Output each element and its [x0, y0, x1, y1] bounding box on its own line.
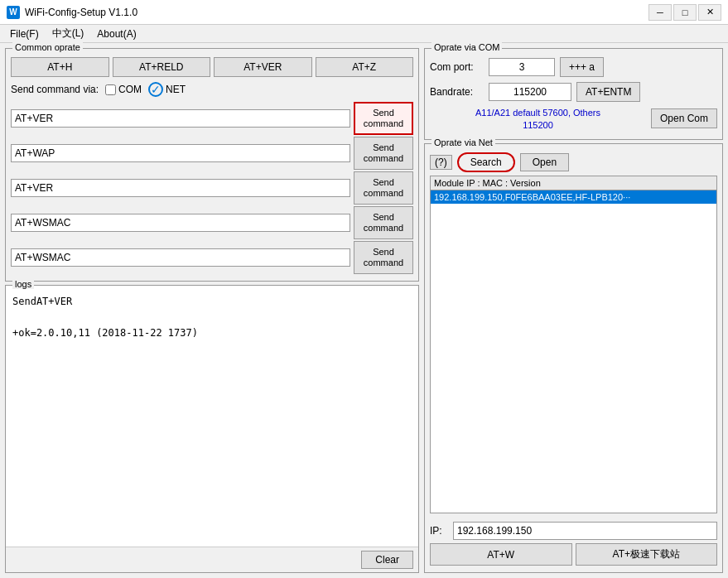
at-ver-button[interactable]: AT+VER	[214, 57, 312, 77]
command-row-5: Sendcommand	[11, 241, 413, 274]
ip-label: IP:	[430, 525, 448, 537]
table-row-selected[interactable]: 192.168.199.150,F0FE6BAA03EE,HF-LPB120··…	[431, 190, 716, 204]
bandrate-label: Bandrate:	[430, 86, 484, 98]
net-checkbox-icon: ✓	[148, 82, 163, 97]
oprate-via-com-title: Oprate via COM	[431, 42, 502, 52]
at-entm-button[interactable]: AT+ENTM	[576, 82, 640, 102]
right-panel: Oprate via COM Com port: +++ a Bandrate:…	[424, 48, 723, 573]
common-buttons: AT+H AT+RELD AT+VER AT+Z	[11, 57, 413, 77]
open-com-button[interactable]: Open Com	[651, 108, 717, 128]
command-row-1: Sendcommand	[11, 102, 413, 135]
command-row-2: Sendcommand	[11, 137, 413, 170]
oprate-via-net-group: Oprate via Net (?) Search Open Module IP…	[424, 143, 723, 573]
at-z-button[interactable]: AT+Z	[316, 57, 414, 77]
net-top-row: (?) Search Open	[430, 152, 717, 172]
command-input-4[interactable]	[11, 214, 350, 232]
bottom-buttons: AT+W AT+极速下载站	[430, 543, 717, 566]
close-button[interactable]: ✕	[698, 4, 721, 21]
send-via-label: Send command via:	[11, 84, 99, 95]
ip-row: IP:	[430, 522, 717, 540]
app-icon: W	[7, 6, 20, 19]
info-text: A11/A21 default 57600, Others115200	[430, 107, 646, 132]
search-button[interactable]: Search	[457, 152, 515, 172]
title-bar: W WiFi-Config-Setup V1.1.0 ─ □ ✕	[0, 0, 728, 25]
net-checkbox-label[interactable]: ✓ NET	[148, 82, 186, 97]
command-input-2[interactable]	[11, 144, 350, 162]
com-label: COM	[118, 84, 142, 95]
table-header-text: Module IP : MAC : Version	[434, 178, 713, 188]
net-open-button[interactable]: Open	[520, 153, 569, 171]
common-oprate-group: Common oprate AT+H AT+RELD AT+VER AT+Z S…	[5, 48, 419, 282]
command-row-3: Sendcommand	[11, 171, 413, 205]
table-row-text: 192.168.199.150,F0FE6BAA03EE,HF-LPB120··…	[434, 192, 630, 202]
command-input-1[interactable]	[11, 109, 350, 128]
com-checkbox[interactable]	[105, 84, 116, 95]
send-command-button-2[interactable]: Sendcommand	[354, 137, 413, 170]
plus-a-button[interactable]: +++ a	[560, 57, 604, 77]
menu-bar: File(F) 中文(L) About(A)	[0, 25, 728, 43]
at-h-button[interactable]: AT+H	[11, 57, 109, 77]
com-port-row: Com port: +++ a	[430, 57, 717, 77]
log-line-3: +ok=2.0.10,11 (2018-11-22 1737)	[12, 325, 412, 341]
logs-footer: Clear	[6, 547, 418, 572]
send-command-button-5[interactable]: Sendcommand	[354, 241, 413, 274]
left-panel: Common oprate AT+H AT+RELD AT+VER AT+Z S…	[5, 48, 419, 573]
oprate-via-net-title: Oprate via Net	[431, 137, 495, 147]
main-content: Common oprate AT+H AT+RELD AT+VER AT+Z S…	[0, 43, 728, 578]
command-input-5[interactable]	[11, 248, 350, 267]
logs-content: SendAT+VER +ok=2.0.10,11 (2018-11-22 173…	[6, 286, 418, 547]
com-checkbox-label[interactable]: COM	[105, 84, 142, 95]
send-command-button-3[interactable]: Sendcommand	[354, 171, 413, 205]
log-line-1: SendAT+VER	[12, 294, 412, 310]
at-w-button[interactable]: AT+W	[430, 543, 572, 566]
oprate-via-com-group: Oprate via COM Com port: +++ a Bandrate:…	[424, 48, 723, 140]
bandrate-row: Bandrate: AT+ENTM	[430, 82, 717, 102]
log-line-2	[12, 310, 412, 325]
menu-chinese[interactable]: 中文(L)	[46, 25, 91, 42]
table-header: Module IP : MAC : Version	[431, 176, 716, 190]
send-command-button-4[interactable]: Sendcommand	[354, 206, 413, 239]
maximize-button[interactable]: □	[673, 4, 697, 21]
command-input-3[interactable]	[11, 179, 350, 197]
bandrate-input[interactable]	[489, 83, 571, 101]
com-port-label: Com port:	[430, 61, 484, 73]
clear-button[interactable]: Clear	[361, 551, 413, 569]
question-button[interactable]: (?)	[430, 155, 452, 170]
send-via-row: Send command via: COM ✓ NET	[11, 82, 413, 97]
app-title: WiFi-Config-Setup V1.1.0	[25, 7, 137, 18]
device-table: Module IP : MAC : Version 192.168.199.15…	[430, 176, 717, 513]
logs-group: logs SendAT+VER +ok=2.0.10,11 (2018-11-2…	[5, 285, 419, 573]
command-row-4: Sendcommand	[11, 206, 413, 239]
menu-about[interactable]: About(A)	[90, 26, 142, 41]
net-label: NET	[166, 84, 186, 95]
send-command-button-1[interactable]: Sendcommand	[354, 102, 413, 135]
at-plus-button[interactable]: AT+极速下载站	[576, 543, 718, 566]
common-oprate-title: Common oprate	[12, 42, 83, 52]
menu-file[interactable]: File(F)	[3, 26, 46, 41]
at-reld-button[interactable]: AT+RELD	[113, 57, 211, 77]
minimize-button[interactable]: ─	[648, 4, 672, 21]
ip-input[interactable]	[453, 522, 717, 540]
window-controls: ─ □ ✕	[648, 4, 721, 21]
com-port-input[interactable]	[489, 58, 555, 76]
logs-title: logs	[12, 279, 34, 289]
command-rows: Sendcommand Sendcommand Sendcommand Send…	[11, 102, 413, 274]
